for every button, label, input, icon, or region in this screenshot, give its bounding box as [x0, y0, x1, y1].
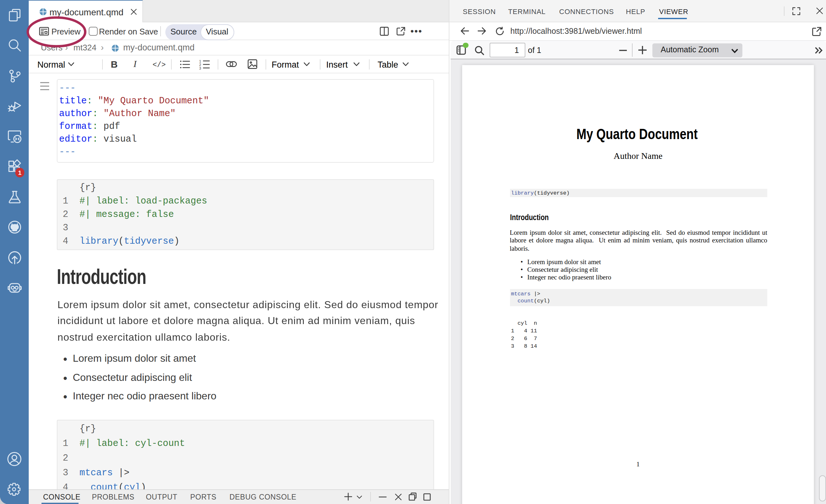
- svg-text:3: 3: [199, 66, 201, 69]
- svg-text:2: 2: [199, 63, 201, 66]
